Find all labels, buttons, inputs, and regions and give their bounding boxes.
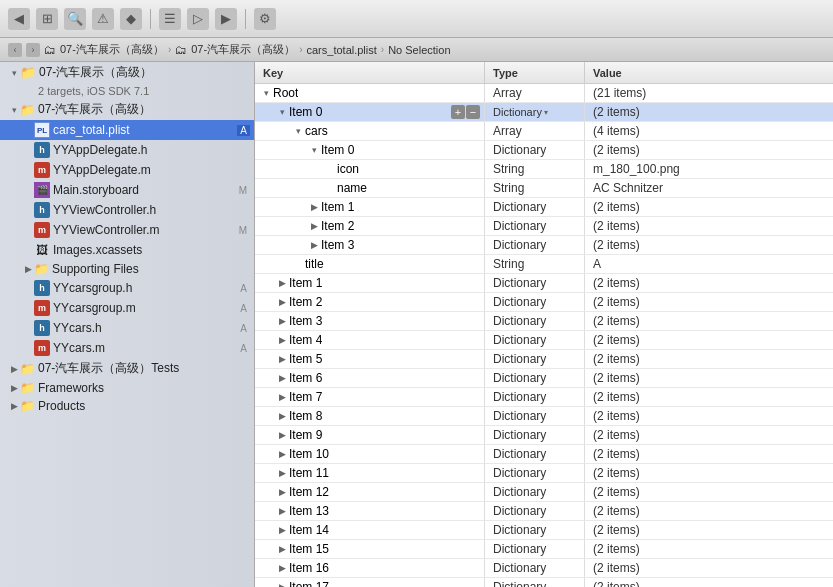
plist-row[interactable]: ▾RootArray(21 items) xyxy=(255,84,833,103)
plist-row[interactable]: ▶Item 9Dictionary(2 items) xyxy=(255,426,833,445)
breadcrumb-item-1[interactable]: 07-汽车展示（高级） xyxy=(60,42,164,57)
add-item-button[interactable]: + xyxy=(451,105,465,119)
row-disclosure-btn[interactable]: ▶ xyxy=(307,200,321,214)
row-disclosure-btn[interactable]: ▶ xyxy=(275,485,289,499)
disclosure-icon[interactable]: ▾ xyxy=(8,67,20,79)
plist-row[interactable]: ▶Item 5Dictionary(2 items) xyxy=(255,350,833,369)
toolbar-icon-play[interactable]: ▷ xyxy=(187,8,209,30)
plist-row[interactable]: iconStringm_180_100.png xyxy=(255,160,833,179)
row-disclosure-btn[interactable]: ▶ xyxy=(307,238,321,252)
row-disclosure-btn[interactable]: ▶ xyxy=(275,314,289,328)
nav-forward-button[interactable]: › xyxy=(26,43,40,57)
row-disclosure-btn[interactable]: ▾ xyxy=(259,86,273,100)
row-disclosure-btn[interactable]: ▶ xyxy=(275,447,289,461)
row-disclosure-btn[interactable]: ▾ xyxy=(307,143,321,157)
plist-row[interactable]: ▶Item 1Dictionary(2 items) xyxy=(255,274,833,293)
disclosure-icon[interactable]: ▶ xyxy=(8,400,20,412)
item-label: YYcars.m xyxy=(53,341,235,355)
plist-row[interactable]: ▶Item 2Dictionary(2 items) xyxy=(255,217,833,236)
plist-row[interactable]: ▶Item 3Dictionary(2 items) xyxy=(255,236,833,255)
sidebar-item-Main.storyboard[interactable]: 🎬Main.storyboardM xyxy=(0,180,254,200)
row-disclosure-btn[interactable]: ▶ xyxy=(275,466,289,480)
plist-row[interactable]: ▶Item 2Dictionary(2 items) xyxy=(255,293,833,312)
plist-row[interactable]: ▶Item 16Dictionary(2 items) xyxy=(255,559,833,578)
plist-row[interactable]: ▶Item 10Dictionary(2 items) xyxy=(255,445,833,464)
toolbar-icon-grid[interactable]: ⊞ xyxy=(36,8,58,30)
sidebar-item-frameworks[interactable]: ▶📁Frameworks xyxy=(0,379,254,397)
sidebar-item-YYcarsgroup.m[interactable]: mYYcarsgroup.mA xyxy=(0,298,254,318)
sidebar-item-Images.xcassets[interactable]: 🖼Images.xcassets xyxy=(0,240,254,260)
plist-row[interactable]: ▶Item 13Dictionary(2 items) xyxy=(255,502,833,521)
sidebar-item-group-root[interactable]: ▾📁07-汽车展示（高级） xyxy=(0,99,254,120)
sidebar-item-YYAppDelegate.m[interactable]: mYYAppDelegate.m xyxy=(0,160,254,180)
plist-row[interactable]: ▶Item 17Dictionary(2 items) xyxy=(255,578,833,587)
plist-row[interactable]: ▶Item 1Dictionary(2 items) xyxy=(255,198,833,217)
toolbar-icon-search[interactable]: 🔍 xyxy=(64,8,86,30)
plist-row[interactable]: ▾Item 0Dictionary(2 items) xyxy=(255,141,833,160)
type-selector[interactable]: Dictionary▾ xyxy=(493,106,548,118)
plist-row[interactable]: ▶Item 11Dictionary(2 items) xyxy=(255,464,833,483)
disclosure-icon[interactable]: ▶ xyxy=(22,263,34,275)
breadcrumb-item-2[interactable]: 07-汽车展示（高级） xyxy=(191,42,295,57)
row-disclosure-btn[interactable]: ▶ xyxy=(275,428,289,442)
plist-row[interactable]: ▾carsArray(4 items) xyxy=(255,122,833,141)
toolbar-icon-gear[interactable]: ⚙ xyxy=(254,8,276,30)
row-disclosure-btn[interactable]: ▶ xyxy=(275,561,289,575)
sidebar-item-YYViewController.m[interactable]: mYYViewController.mM xyxy=(0,220,254,240)
toolbar-icon-diamond[interactable]: ◆ xyxy=(120,8,142,30)
file-type-icon: h xyxy=(34,202,50,218)
sidebar-item-products[interactable]: ▶📁Products xyxy=(0,397,254,415)
sidebar-item-YYcars.m[interactable]: mYYcars.mA xyxy=(0,338,254,358)
plist-value-cell: (2 items) xyxy=(585,141,833,159)
row-key-text: Item 15 xyxy=(289,542,329,556)
sidebar-item-cars_total.plist[interactable]: PLcars_total.plistA xyxy=(0,120,254,140)
toolbar-icon-list[interactable]: ☰ xyxy=(159,8,181,30)
disclosure-icon[interactable]: ▾ xyxy=(8,104,20,116)
breadcrumb-item-3[interactable]: cars_total.plist xyxy=(307,44,377,56)
plist-row[interactable]: ▶Item 7Dictionary(2 items) xyxy=(255,388,833,407)
file-type-icon: m xyxy=(34,162,50,178)
disclosure-icon[interactable]: ▶ xyxy=(8,382,20,394)
plist-row[interactable]: ▶Item 3Dictionary(2 items) xyxy=(255,312,833,331)
plist-row[interactable]: nameStringAC Schnitzer xyxy=(255,179,833,198)
row-disclosure-btn[interactable]: ▾ xyxy=(275,105,289,119)
row-disclosure-btn[interactable]: ▶ xyxy=(275,390,289,404)
row-disclosure-btn[interactable]: ▶ xyxy=(275,542,289,556)
plist-key-cell: ▶Item 14 xyxy=(255,521,485,539)
row-disclosure-btn[interactable]: ▶ xyxy=(307,219,321,233)
sidebar-item-YYAppDelegate.h[interactable]: hYYAppDelegate.h xyxy=(0,140,254,160)
plist-row[interactable]: ▾Item 0+−Dictionary▾(2 items) xyxy=(255,103,833,122)
plist-row[interactable]: ▶Item 8Dictionary(2 items) xyxy=(255,407,833,426)
item-label: 2 targets, iOS SDK 7.1 xyxy=(38,85,250,97)
row-disclosure-btn[interactable]: ▶ xyxy=(275,333,289,347)
disclosure-icon[interactable]: ▶ xyxy=(8,363,20,375)
row-disclosure-btn[interactable]: ▶ xyxy=(275,504,289,518)
sidebar-item-targets[interactable]: 2 targets, iOS SDK 7.1 xyxy=(0,83,254,99)
row-disclosure-btn[interactable]: ▶ xyxy=(275,276,289,290)
plist-row[interactable]: titleStringA xyxy=(255,255,833,274)
sidebar-item-project-root[interactable]: ▾📁07-汽车展示（高级） xyxy=(0,62,254,83)
plist-row[interactable]: ▶Item 15Dictionary(2 items) xyxy=(255,540,833,559)
row-disclosure-btn[interactable]: ▶ xyxy=(275,352,289,366)
row-disclosure-btn[interactable]: ▾ xyxy=(291,124,305,138)
sidebar-item-tests[interactable]: ▶📁07-汽车展示（高级）Tests xyxy=(0,358,254,379)
row-disclosure-btn[interactable]: ▶ xyxy=(275,580,289,587)
nav-back-button[interactable]: ‹ xyxy=(8,43,22,57)
sidebar-item-Supporting Files[interactable]: ▶📁Supporting Files xyxy=(0,260,254,278)
sidebar-item-YYViewController.h[interactable]: hYYViewController.h xyxy=(0,200,254,220)
plist-row[interactable]: ▶Item 6Dictionary(2 items) xyxy=(255,369,833,388)
row-disclosure-btn[interactable]: ▶ xyxy=(275,409,289,423)
plist-row[interactable]: ▶Item 14Dictionary(2 items) xyxy=(255,521,833,540)
toolbar-icon-warning[interactable]: ⚠ xyxy=(92,8,114,30)
row-disclosure-btn[interactable]: ▶ xyxy=(275,523,289,537)
sidebar-item-YYcarsgroup.h[interactable]: hYYcarsgroup.hA xyxy=(0,278,254,298)
plist-row[interactable]: ▶Item 4Dictionary(2 items) xyxy=(255,331,833,350)
sidebar-item-YYcars.h[interactable]: hYYcars.hA xyxy=(0,318,254,338)
toolbar-icon-back[interactable]: ◀ xyxy=(8,8,30,30)
row-disclosure-btn[interactable]: ▶ xyxy=(275,295,289,309)
row-disclosure-btn[interactable]: ▶ xyxy=(275,371,289,385)
remove-item-button[interactable]: − xyxy=(466,105,480,119)
breadcrumb-label-3: cars_total.plist xyxy=(307,44,377,56)
plist-row[interactable]: ▶Item 12Dictionary(2 items) xyxy=(255,483,833,502)
toolbar-icon-forward[interactable]: ▶ xyxy=(215,8,237,30)
